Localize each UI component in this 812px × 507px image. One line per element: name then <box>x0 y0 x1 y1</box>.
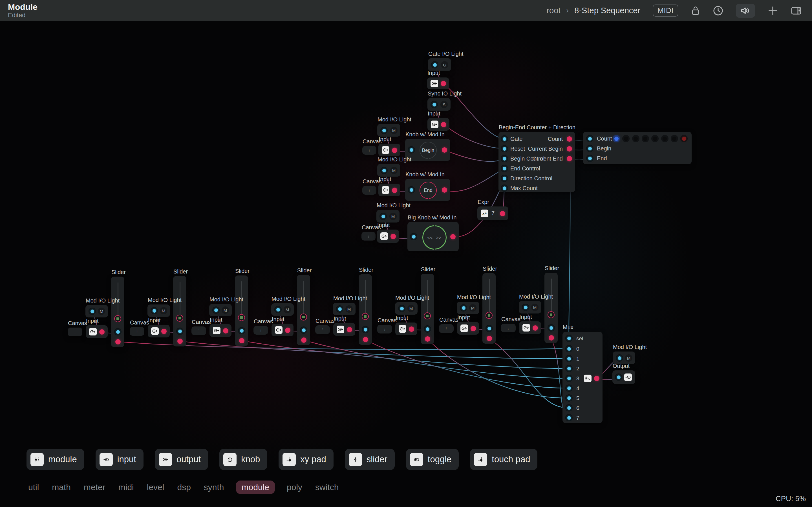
input-port[interactable] <box>362 326 369 333</box>
node-slider-1[interactable] <box>173 276 186 346</box>
output-port[interactable] <box>301 337 306 343</box>
output-port[interactable] <box>532 325 538 331</box>
slider-handle[interactable] <box>548 311 555 318</box>
node-canvas-dir[interactable]: ⋮ <box>361 232 375 240</box>
node-input-end[interactable] <box>378 184 400 196</box>
node-mod-dir[interactable]: M <box>376 210 400 223</box>
knob-dial[interactable]: Begin <box>419 142 437 159</box>
tab-math[interactable]: math <box>51 481 72 494</box>
node-canvas-s7[interactable]: ⋮ <box>501 324 516 332</box>
tab-meter[interactable]: meter <box>83 481 107 494</box>
input-port[interactable] <box>410 233 417 240</box>
node-input-s6[interactable] <box>457 322 479 335</box>
output-port[interactable] <box>441 81 446 86</box>
input-port[interactable] <box>548 324 555 332</box>
input-port[interactable] <box>522 304 529 311</box>
knob-dial[interactable]: <<-->> <box>422 225 447 249</box>
node-canvas-s5[interactable]: ⋮ <box>377 325 392 334</box>
input-port[interactable] <box>431 61 439 68</box>
output-port[interactable] <box>425 336 430 342</box>
input-port[interactable] <box>501 175 508 182</box>
output-port[interactable] <box>409 327 414 332</box>
input-port[interactable] <box>300 327 307 334</box>
node-slider-6[interactable] <box>483 273 496 344</box>
input-port[interactable] <box>398 305 405 312</box>
input-port[interactable] <box>586 135 594 142</box>
input-port[interactable] <box>501 135 508 143</box>
output-port[interactable] <box>363 337 368 342</box>
slider-handle[interactable] <box>176 315 183 322</box>
node-canvas-end[interactable]: ⋮ <box>362 186 376 194</box>
output-port[interactable] <box>99 329 105 335</box>
midi-button[interactable]: MIDI <box>653 4 678 17</box>
panel-toggle-icon[interactable] <box>791 6 802 16</box>
node-mod-0[interactable]: M <box>86 305 108 318</box>
input-port[interactable] <box>501 184 508 192</box>
input-port[interactable] <box>486 325 493 332</box>
output-port[interactable] <box>115 339 121 344</box>
output-button[interactable]: output <box>155 449 208 470</box>
node-mod-3[interactable]: M <box>271 303 294 316</box>
node-light-panel[interactable]: CountBeginEnd <box>583 132 692 164</box>
node-output[interactable] <box>612 371 635 384</box>
node-input-s0[interactable] <box>86 325 108 338</box>
input-port[interactable] <box>430 101 438 108</box>
input-port[interactable] <box>565 385 573 392</box>
node-mod-end[interactable]: M <box>377 164 400 177</box>
input-port[interactable] <box>424 325 431 333</box>
node-mod-begin[interactable]: M <box>377 124 400 136</box>
output-port[interactable] <box>239 338 245 343</box>
output-port[interactable] <box>500 211 505 216</box>
output-port[interactable] <box>442 147 447 153</box>
node-mod-4[interactable]: M <box>333 303 356 315</box>
node-gate-input[interactable] <box>427 77 449 89</box>
node-input-begin[interactable] <box>378 144 400 156</box>
output-port[interactable] <box>549 335 554 341</box>
slider-handle[interactable] <box>114 315 121 322</box>
input-port[interactable] <box>565 345 573 352</box>
node-mod-2[interactable]: M <box>209 304 232 316</box>
output-port[interactable] <box>392 148 397 153</box>
output-port[interactable] <box>392 187 397 193</box>
output-port[interactable] <box>441 122 446 127</box>
input-port[interactable] <box>379 213 387 220</box>
node-mod-out[interactable]: M <box>613 351 635 364</box>
slider-handle[interactable] <box>486 312 493 319</box>
input-port[interactable] <box>238 327 245 334</box>
output-port[interactable] <box>450 234 456 239</box>
input-port[interactable] <box>114 328 121 335</box>
output-port[interactable] <box>391 234 396 239</box>
plus-icon[interactable] <box>767 5 778 16</box>
input-port[interactable] <box>565 404 573 411</box>
speaker-button[interactable] <box>736 4 755 18</box>
node-big-knob[interactable]: <<-->> <box>407 222 459 251</box>
input-port[interactable] <box>565 394 573 402</box>
input-port[interactable] <box>380 127 388 134</box>
node-canvas-s6[interactable]: ⋮ <box>439 324 454 333</box>
input-port[interactable] <box>212 306 220 314</box>
node-mux[interactable]: sel01234567 <box>562 332 603 423</box>
tab-midi[interactable]: midi <box>117 481 135 494</box>
tab-module[interactable]: module <box>236 481 275 494</box>
output-port[interactable] <box>567 136 572 142</box>
output-port[interactable] <box>442 187 447 193</box>
input-port[interactable] <box>586 145 594 152</box>
node-canvas-s0[interactable]: ⋮ <box>68 328 82 336</box>
slider-handle[interactable] <box>238 314 245 321</box>
output-port[interactable] <box>567 156 572 161</box>
input-port[interactable] <box>380 167 388 174</box>
input-port[interactable] <box>565 375 573 382</box>
node-canvas-s3[interactable]: ⋮ <box>253 326 268 335</box>
input-port[interactable] <box>615 374 622 381</box>
node-canvas-s2[interactable]: ⋮ <box>192 327 206 335</box>
input-port[interactable] <box>565 335 573 342</box>
output-port[interactable] <box>567 146 572 152</box>
node-input-dir[interactable] <box>377 230 399 243</box>
node-canvas-begin[interactable]: ⋮ <box>362 146 376 155</box>
output-port[interactable] <box>487 336 492 341</box>
lock-icon[interactable] <box>691 5 700 16</box>
node-gate-light[interactable]: G <box>428 58 451 71</box>
output-port[interactable] <box>594 376 599 381</box>
toggle-button[interactable]: toggle <box>406 449 459 470</box>
knob-button[interactable]: knob <box>219 449 267 470</box>
